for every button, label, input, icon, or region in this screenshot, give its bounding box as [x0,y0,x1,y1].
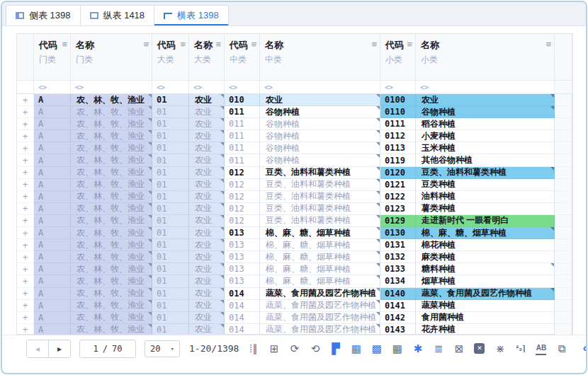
table-cell[interactable]: 0142 [380,312,416,324]
close-square-icon[interactable]: ✕ [474,343,485,354]
table-cell[interactable]: 农业 [189,106,225,118]
table-cell[interactable]: 0113 [380,142,416,154]
excel-export-icon[interactable]: ⊠ [453,343,464,354]
table-cell[interactable]: 012 [225,191,260,203]
table-cell[interactable]: 农、林、牧、渔业 [71,179,152,191]
table-cell[interactable]: 01 [152,312,189,324]
table-cell[interactable]: 棉、麻、糖、烟草种植 [260,263,380,275]
table-cell[interactable]: 011 [225,118,260,130]
table-cell[interactable]: 农、林、牧、渔业 [71,167,152,179]
table-cell[interactable]: 农、林、牧、渔业 [71,312,152,324]
page-size-select[interactable]: 20 ▾ [145,340,180,357]
table-cell[interactable]: 糖料种植 [416,263,555,275]
table-cell[interactable]: 农业 [189,312,225,324]
table-cell[interactable]: A [34,167,71,179]
table-cell[interactable]: 农业 [189,263,225,275]
table-cell[interactable]: 0132 [380,251,416,263]
expand-row-button[interactable]: + [17,251,34,263]
tab-侧表[interactable]: 侧表 1398 [6,5,81,25]
table-cell[interactable]: 0121 [380,179,416,191]
sync-icon[interactable]: ⟲ [310,343,320,354]
table-cell[interactable]: 农业 [189,118,225,130]
next-page-button[interactable]: ▸ [48,340,70,357]
table-cell[interactable]: 豆类、油料和薯类种植 [260,179,380,191]
table-cell[interactable]: 农业 [189,191,225,203]
table-cell[interactable]: 其他谷物种植 [416,154,555,166]
table-cell[interactable]: 农业 [189,203,225,215]
table-cell[interactable]: 蔬菜种植 [416,300,555,312]
table-cell[interactable]: 小麦种植 [416,130,555,142]
filter-cell[interactable]: <> [416,81,555,93]
filter-cell[interactable]: <> [189,81,225,93]
expand-row-button[interactable]: + [17,142,34,154]
table-cell[interactable]: 01 [152,300,189,312]
table-cell[interactable]: 01 [152,263,189,275]
table-cell[interactable]: A [34,106,71,118]
table-cell[interactable]: 棉、麻、糖、烟草种植 [260,275,380,287]
column-header-代码-门类[interactable]: 代码≡门类 [34,34,71,80]
table-cell[interactable]: 01 [152,130,189,142]
table-cell[interactable]: 01 [152,288,189,300]
filter-cell[interactable]: <> [71,81,152,93]
table-cell[interactable]: A [34,118,71,130]
filter-cell[interactable]: <> [152,81,189,93]
unfold-columns-icon[interactable]: ⁞∥ [248,343,259,354]
table-cell[interactable]: 农、林、牧、渔业 [71,203,152,215]
table-cell[interactable]: 农、林、牧、渔业 [71,251,152,263]
table-cell[interactable]: 01 [152,167,189,179]
table-cell[interactable]: 010 [225,94,260,106]
table-cell[interactable]: A [34,263,71,275]
table-cell[interactable]: 01 [152,215,189,227]
table-cell[interactable]: 烟草种植 [416,275,555,287]
table-cell[interactable]: 农、林、牧、渔业 [71,300,152,312]
table-cell[interactable]: 豆类种植 [416,179,555,191]
table-cell[interactable]: 农业 [189,300,225,312]
table-cell[interactable]: 01 [152,227,189,239]
table-cell[interactable]: 农业 [189,154,225,166]
table-cell[interactable]: A [34,215,71,227]
table-cell[interactable]: 0122 [380,191,416,203]
table-cell[interactable]: 油料种植 [416,191,555,203]
table-cell[interactable]: A [34,142,71,154]
table-cell[interactable]: 蔬菜、食用菌及园艺作物种植 [260,288,380,300]
table-cell[interactable]: 01 [152,239,189,251]
table-cell[interactable]: 棉花种植 [416,239,555,251]
table-cell[interactable]: 农、林、牧、渔业 [71,239,152,251]
table-cell[interactable]: 013 [225,263,260,275]
table-cell[interactable]: 012 [225,203,260,215]
table-cell[interactable]: 农业 [189,251,225,263]
table-cell[interactable]: 食用菌种植 [416,312,555,324]
filter-cell[interactable]: <> [34,81,71,93]
table-cell[interactable]: A [34,288,71,300]
add-table-icon[interactable]: ⊞ [268,343,279,354]
table-cell[interactable]: 0129 [380,215,416,227]
sort-alpha-icon[interactable]: AB [536,342,546,355]
table-cell[interactable]: 农、林、牧、渔业 [71,154,152,166]
table-cell[interactable]: 走进新时代 一眼看明白 [416,215,555,227]
table-cell[interactable]: 谷物种植 [260,130,380,142]
filter-cell[interactable]: <> [225,81,260,93]
table-cell[interactable]: 013 [225,227,260,239]
table-cell[interactable]: 014 [225,312,260,324]
expand-row-button[interactable]: + [17,239,34,251]
expand-row-button[interactable]: + [17,94,34,106]
table-cell[interactable]: 农、林、牧、渔业 [71,275,152,287]
table-cell[interactable]: 农、林、牧、渔业 [71,106,152,118]
table-cell[interactable]: A [34,154,71,166]
table-cell[interactable]: 0141 [380,300,416,312]
table-cell[interactable]: 农业 [189,227,225,239]
table-cell[interactable]: 01 [152,142,189,154]
filter-cell[interactable]: <> [380,81,416,93]
table-cell[interactable]: A [34,94,71,106]
table-cell[interactable]: 011 [225,130,260,142]
table-cell[interactable]: A [34,251,71,263]
table-cell[interactable]: 农业 [189,142,225,154]
list-settings-icon[interactable]: ≣ [433,343,443,354]
expand-row-button[interactable]: + [17,275,34,287]
prev-page-button[interactable]: ◂ [27,340,48,357]
table-cell[interactable]: A [34,179,71,191]
table-cell[interactable]: 农、林、牧、渔业 [71,288,152,300]
expand-row-button[interactable]: + [17,130,34,142]
table-cell[interactable]: 谷物种植 [416,106,555,118]
table-cell[interactable]: 0140 [380,288,416,300]
